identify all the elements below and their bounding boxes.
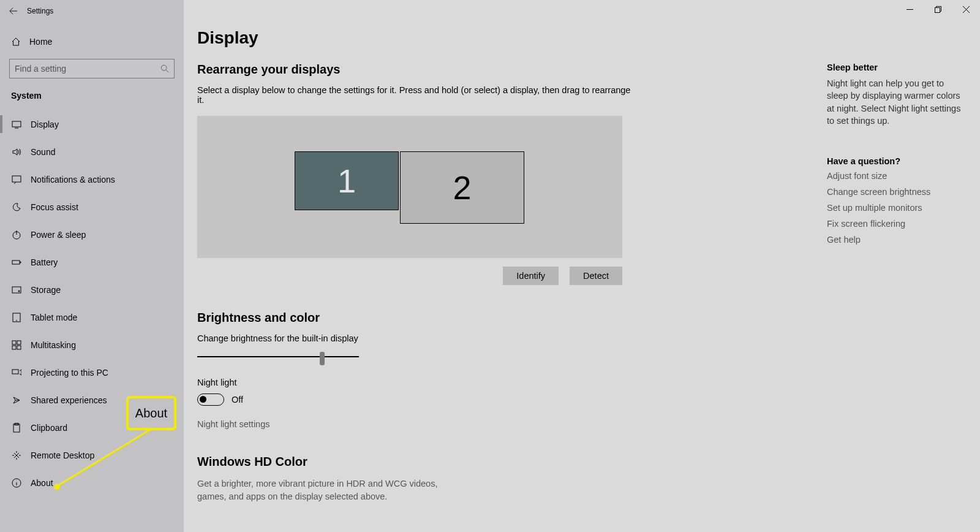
svg-rect-9 [12,341,16,344]
tablet-icon [11,312,22,323]
svg-rect-11 [12,346,16,349]
search-input[interactable] [15,64,160,74]
svg-rect-12 [17,346,21,349]
moon-icon [11,202,22,213]
search-icon [160,64,169,73]
share-icon [11,395,22,406]
sidebar-item-label: Sound [31,147,55,157]
sidebar-item-label: Tablet mode [31,313,77,322]
notification-icon [11,174,22,185]
projecting-icon [11,367,22,378]
sidebar-item-tablet-mode[interactable]: Tablet mode [0,303,184,331]
svg-rect-5 [12,260,20,264]
arrow-left-icon [9,7,18,15]
brightness-label: Change brightness for the built-in displ… [197,333,812,343]
sidebar-item-label: Battery [31,257,58,267]
hd-heading: Windows HD Color [197,455,812,469]
maximize-button[interactable] [924,0,952,18]
sidebar-item-about[interactable]: About [0,469,184,496]
svg-point-7 [18,291,20,292]
home-label: Home [29,37,52,47]
display-arrange-area[interactable]: 1 2 [197,116,622,258]
svg-rect-10 [17,341,21,344]
nightlight-settings-link[interactable]: Night light settings [197,419,812,429]
help-link-brightness[interactable]: Change screen brightness [827,187,962,197]
monitor-1[interactable]: 1 [295,151,399,210]
slider-thumb[interactable] [320,352,325,365]
sidebar-item-display[interactable]: Display [0,110,184,138]
sidebar-item-label: About [31,478,53,488]
maximize-icon [935,6,941,13]
sidebar: Home System Display Sound Notifications … [0,0,184,532]
sidebar-item-label: Shared experiences [31,395,107,405]
close-icon [963,6,970,13]
sidebar-item-multitasking[interactable]: Multitasking [0,331,184,359]
sidebar-item-power-sleep[interactable]: Power & sleep [0,221,184,248]
sidebar-item-projecting[interactable]: Projecting to this PC [0,359,184,386]
search-box[interactable] [9,59,175,78]
remote-desktop-icon [11,450,22,461]
svg-rect-13 [12,370,18,374]
nightlight-state: Off [232,395,243,405]
help-link-monitors[interactable]: Set up multiple monitors [827,203,962,213]
multitasking-icon [11,340,22,351]
close-button[interactable] [952,0,980,18]
sidebar-item-label: Multitasking [31,340,76,350]
nightlight-toggle[interactable] [197,393,224,406]
hd-body: Get a brighter, more vibrant picture in … [197,477,461,503]
sidebar-item-label: Storage [31,285,61,295]
brightness-slider[interactable] [197,349,359,364]
sidebar-item-label: Power & sleep [31,230,86,240]
help-link-font-size[interactable]: Adjust font size [827,171,962,181]
detect-button[interactable]: Detect [570,267,622,285]
sidebar-item-label: Projecting to this PC [31,368,108,378]
speaker-icon [11,146,22,158]
page-title: Display [197,28,812,48]
clipboard-icon [11,422,22,433]
brightness-heading: Brightness and color [197,311,812,325]
annotation-callout: About [126,396,176,430]
sidebar-item-home[interactable]: Home [0,29,184,54]
sleep-better-body: Night light can help you get to sleep by… [827,77,962,127]
identify-button[interactable]: Identify [503,267,559,285]
sleep-better-heading: Sleep better [827,63,962,72]
svg-point-1 [161,65,167,70]
power-icon [11,229,22,240]
sidebar-item-battery[interactable]: Battery [0,248,184,276]
rearrange-heading: Rearrange your displays [197,63,812,77]
home-icon [11,37,21,47]
minimize-button[interactable] [895,0,924,18]
battery-icon [11,257,22,268]
monitor-icon [11,119,22,130]
sidebar-item-label: Remote Desktop [31,450,94,460]
help-link-flickering[interactable]: Fix screen flickering [827,219,962,229]
back-button[interactable] [0,0,27,22]
sidebar-item-storage[interactable]: Storage [0,276,184,303]
sidebar-item-sound[interactable]: Sound [0,138,184,165]
sidebar-item-remote-desktop[interactable]: Remote Desktop [0,441,184,469]
app-title: Settings [27,7,53,15]
question-heading: Have a question? [827,156,962,166]
svg-rect-2 [12,121,21,127]
rearrange-body: Select a display below to change the set… [197,85,638,105]
sidebar-item-label: Focus assist [31,202,78,212]
info-icon [11,477,22,488]
help-link-get-help[interactable]: Get help [827,235,962,245]
sidebar-item-focus-assist[interactable]: Focus assist [0,193,184,221]
svg-rect-0 [935,7,940,12]
svg-rect-3 [12,176,21,182]
minimize-icon [907,6,913,13]
sidebar-item-label: Clipboard [31,423,67,433]
annotation-dot [54,484,60,490]
section-label: System [0,87,184,110]
monitor-2[interactable]: 2 [400,151,524,224]
storage-icon [11,284,22,295]
svg-rect-6 [12,287,21,293]
nightlight-label: Night light [197,378,812,387]
sidebar-item-label: Notifications & actions [31,175,115,184]
sidebar-item-label: Display [31,120,59,129]
sidebar-item-notifications[interactable]: Notifications & actions [0,165,184,193]
